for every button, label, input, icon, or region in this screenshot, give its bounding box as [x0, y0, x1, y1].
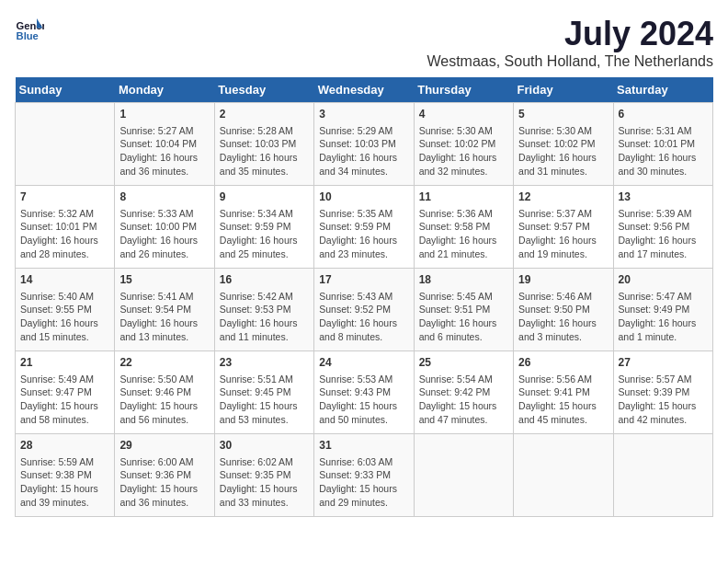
calendar-cell [16, 103, 115, 186]
calendar-cell: 24Sunrise: 5:53 AMSunset: 9:43 PMDayligh… [314, 351, 414, 434]
day-number: 12 [518, 190, 608, 205]
calendar-cell: 17Sunrise: 5:43 AMSunset: 9:52 PMDayligh… [314, 269, 414, 351]
week-row-2: 7Sunrise: 5:32 AMSunset: 10:01 PMDayligh… [16, 186, 713, 269]
calendar-cell: 21Sunrise: 5:49 AMSunset: 9:47 PMDayligh… [16, 351, 115, 434]
calendar-cell: 19Sunrise: 5:46 AMSunset: 9:50 PMDayligh… [514, 269, 613, 351]
day-content: Sunrise: 5:27 AMSunset: 10:04 PMDaylight… [119, 124, 209, 178]
calendar-header: SundayMondayTuesdayWednesdayThursdayFrid… [16, 77, 713, 103]
day-number: 28 [20, 438, 109, 454]
day-content: Sunrise: 5:32 AMSunset: 10:01 PMDaylight… [20, 207, 109, 261]
day-number: 24 [319, 355, 408, 371]
calendar-cell [514, 434, 613, 517]
calendar-cell: 4Sunrise: 5:30 AMSunset: 10:02 PMDayligh… [414, 103, 513, 186]
day-number: 8 [119, 190, 209, 205]
day-header-thursday: Thursday [414, 77, 513, 103]
calendar-cell [414, 434, 513, 517]
calendar-cell: 15Sunrise: 5:41 AMSunset: 9:54 PMDayligh… [115, 269, 214, 351]
week-row-4: 21Sunrise: 5:49 AMSunset: 9:47 PMDayligh… [16, 351, 713, 434]
calendar-cell: 1Sunrise: 5:27 AMSunset: 10:04 PMDayligh… [115, 103, 214, 186]
day-content: Sunrise: 5:39 AMSunset: 9:56 PMDaylight:… [619, 207, 708, 261]
logo: General Blue [15, 15, 44, 44]
day-content: Sunrise: 5:36 AMSunset: 9:58 PMDaylight:… [419, 207, 508, 261]
day-number: 20 [619, 272, 708, 288]
days-row: SundayMondayTuesdayWednesdayThursdayFrid… [16, 77, 713, 103]
day-number: 4 [419, 107, 508, 122]
day-number: 16 [220, 272, 309, 288]
svg-text:Blue: Blue [17, 30, 39, 41]
day-header-saturday: Saturday [613, 77, 712, 103]
day-number: 1 [119, 107, 209, 122]
day-number: 6 [619, 107, 708, 122]
day-number: 14 [20, 272, 109, 288]
day-content: Sunrise: 6:03 AMSunset: 9:33 PMDaylight:… [319, 455, 408, 510]
location-title: Westmaas, South Holland, The Netherlands [427, 53, 713, 70]
day-content: Sunrise: 5:35 AMSunset: 9:59 PMDaylight:… [319, 207, 408, 261]
day-number: 15 [119, 272, 209, 288]
day-content: Sunrise: 5:30 AMSunset: 10:02 PMDaylight… [419, 124, 508, 178]
day-number: 29 [119, 438, 209, 454]
day-content: Sunrise: 5:56 AMSunset: 9:41 PMDaylight:… [518, 373, 608, 427]
day-number: 11 [419, 190, 508, 205]
calendar-cell: 25Sunrise: 5:54 AMSunset: 9:42 PMDayligh… [414, 351, 513, 434]
title-area: July 2024 Westmaas, South Holland, The N… [427, 15, 713, 70]
calendar-cell: 18Sunrise: 5:45 AMSunset: 9:51 PMDayligh… [414, 269, 513, 351]
day-content: Sunrise: 5:46 AMSunset: 9:50 PMDaylight:… [518, 290, 608, 344]
day-header-sunday: Sunday [16, 77, 115, 103]
calendar-cell: 12Sunrise: 5:37 AMSunset: 9:57 PMDayligh… [514, 186, 613, 269]
day-content: Sunrise: 5:41 AMSunset: 9:54 PMDaylight:… [119, 290, 209, 344]
month-title: July 2024 [427, 15, 713, 53]
calendar-cell: 10Sunrise: 5:35 AMSunset: 9:59 PMDayligh… [314, 186, 414, 269]
day-number: 31 [319, 438, 408, 454]
day-number: 7 [20, 190, 109, 205]
week-row-3: 14Sunrise: 5:40 AMSunset: 9:55 PMDayligh… [16, 269, 713, 351]
week-row-5: 28Sunrise: 5:59 AMSunset: 9:38 PMDayligh… [16, 434, 713, 517]
day-number: 26 [518, 355, 608, 371]
day-number: 5 [518, 107, 608, 122]
calendar-cell: 29Sunrise: 6:00 AMSunset: 9:36 PMDayligh… [115, 434, 214, 517]
day-content: Sunrise: 5:50 AMSunset: 9:46 PMDaylight:… [119, 373, 209, 427]
calendar-table: SundayMondayTuesdayWednesdayThursdayFrid… [15, 77, 713, 517]
day-number: 23 [220, 355, 309, 371]
day-number: 19 [518, 272, 608, 288]
week-row-1: 1Sunrise: 5:27 AMSunset: 10:04 PMDayligh… [16, 103, 713, 186]
calendar-cell: 3Sunrise: 5:29 AMSunset: 10:03 PMDayligh… [314, 103, 414, 186]
day-content: Sunrise: 5:30 AMSunset: 10:02 PMDaylight… [518, 124, 608, 178]
calendar-cell: 13Sunrise: 5:39 AMSunset: 9:56 PMDayligh… [613, 186, 712, 269]
day-number: 9 [220, 190, 309, 205]
day-content: Sunrise: 5:47 AMSunset: 9:49 PMDaylight:… [619, 290, 708, 344]
calendar-cell: 2Sunrise: 5:28 AMSunset: 10:03 PMDayligh… [214, 103, 313, 186]
day-content: Sunrise: 5:54 AMSunset: 9:42 PMDaylight:… [419, 373, 508, 427]
day-number: 30 [220, 438, 309, 454]
day-content: Sunrise: 5:33 AMSunset: 10:00 PMDaylight… [119, 207, 209, 261]
day-number: 25 [419, 355, 508, 371]
day-number: 17 [319, 272, 408, 288]
day-content: Sunrise: 5:40 AMSunset: 9:55 PMDaylight:… [20, 290, 109, 344]
calendar-body: 1Sunrise: 5:27 AMSunset: 10:04 PMDayligh… [16, 103, 713, 517]
calendar-cell: 30Sunrise: 6:02 AMSunset: 9:35 PMDayligh… [214, 434, 313, 517]
day-content: Sunrise: 5:59 AMSunset: 9:38 PMDaylight:… [20, 455, 109, 510]
day-number: 22 [119, 355, 209, 371]
day-header-monday: Monday [115, 77, 214, 103]
calendar-cell: 7Sunrise: 5:32 AMSunset: 10:01 PMDayligh… [16, 186, 115, 269]
day-header-wednesday: Wednesday [314, 77, 414, 103]
day-content: Sunrise: 5:42 AMSunset: 9:53 PMDaylight:… [220, 290, 309, 344]
calendar-cell: 6Sunrise: 5:31 AMSunset: 10:01 PMDayligh… [613, 103, 712, 186]
calendar-cell [613, 434, 712, 517]
calendar-cell: 31Sunrise: 6:03 AMSunset: 9:33 PMDayligh… [314, 434, 414, 517]
calendar-cell: 5Sunrise: 5:30 AMSunset: 10:02 PMDayligh… [514, 103, 613, 186]
day-content: Sunrise: 5:53 AMSunset: 9:43 PMDaylight:… [319, 373, 408, 427]
day-content: Sunrise: 5:43 AMSunset: 9:52 PMDaylight:… [319, 290, 408, 344]
logo-icon: General Blue [15, 15, 44, 44]
day-number: 21 [20, 355, 109, 371]
calendar-cell: 23Sunrise: 5:51 AMSunset: 9:45 PMDayligh… [214, 351, 313, 434]
day-number: 13 [619, 190, 708, 205]
day-number: 2 [220, 107, 309, 122]
calendar-cell: 22Sunrise: 5:50 AMSunset: 9:46 PMDayligh… [115, 351, 214, 434]
day-number: 27 [619, 355, 708, 371]
calendar-cell: 26Sunrise: 5:56 AMSunset: 9:41 PMDayligh… [514, 351, 613, 434]
calendar-cell: 14Sunrise: 5:40 AMSunset: 9:55 PMDayligh… [16, 269, 115, 351]
calendar-cell: 28Sunrise: 5:59 AMSunset: 9:38 PMDayligh… [16, 434, 115, 517]
calendar-cell: 9Sunrise: 5:34 AMSunset: 9:59 PMDaylight… [214, 186, 313, 269]
calendar-cell: 8Sunrise: 5:33 AMSunset: 10:00 PMDayligh… [115, 186, 214, 269]
day-number: 3 [319, 107, 408, 122]
